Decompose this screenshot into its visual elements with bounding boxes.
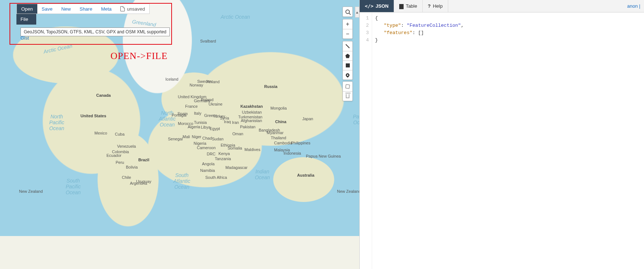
file-icon xyxy=(120,6,125,11)
menu-save[interactable]: Save xyxy=(37,4,57,14)
line-number: 2 xyxy=(360,22,369,29)
code-gutter: 1 2 3 4 xyxy=(360,12,372,269)
draw-marker-button[interactable] xyxy=(343,70,352,80)
help-icon: ? xyxy=(428,3,431,9)
user-link[interactable]: anon | xyxy=(624,0,644,12)
zoom-out-button[interactable]: − xyxy=(343,29,352,38)
menu-bar: Open Save New Share Meta unsaved xyxy=(16,4,150,14)
map-search-button[interactable] xyxy=(342,7,353,17)
file-status-text: unsaved xyxy=(127,6,145,12)
rect-icon xyxy=(346,63,350,67)
tab-json-label: JSON xyxy=(375,3,388,9)
zoom-in-button[interactable]: + xyxy=(343,19,352,29)
pane-collapse-handle[interactable]: ▲ xyxy=(355,7,359,18)
menu-new[interactable]: New xyxy=(57,4,75,14)
tab-help[interactable]: ? Help xyxy=(423,0,448,12)
marker-icon xyxy=(345,72,350,77)
menu-share[interactable]: Share xyxy=(75,4,97,14)
line-icon xyxy=(345,44,349,48)
zoom-control: + − xyxy=(342,19,353,39)
map-sea xyxy=(0,0,359,269)
line-number: 1 xyxy=(360,15,369,22)
trash-icon xyxy=(346,94,349,98)
tab-table-label: Table xyxy=(406,3,417,9)
menu-meta[interactable]: Meta xyxy=(97,4,116,14)
map-antarctica xyxy=(0,236,359,269)
search-icon xyxy=(345,10,350,14)
editor-tabs: </> JSON Table ? Help anon | xyxy=(360,0,644,12)
table-icon xyxy=(399,4,404,8)
code-body[interactable]: { "type": "FeatureCollection", "features… xyxy=(372,12,464,269)
draw-toolbar xyxy=(342,41,353,80)
line-number: 4 xyxy=(360,37,369,44)
draw-rect-button[interactable] xyxy=(343,60,352,70)
open-dropdown-file[interactable]: File xyxy=(17,14,36,24)
code-editor[interactable]: 1 2 3 4 { "type": "FeatureCollection", "… xyxy=(360,12,644,269)
tab-json[interactable]: </> JSON xyxy=(360,0,394,12)
edit-layers-button[interactable] xyxy=(343,82,352,91)
open-dropdown: File xyxy=(16,14,36,25)
tab-table[interactable]: Table xyxy=(394,0,423,12)
draw-line-button[interactable] xyxy=(343,41,352,51)
draw-polygon-button[interactable] xyxy=(343,51,352,60)
file-status: unsaved xyxy=(116,6,149,12)
edit-toolbar xyxy=(342,81,353,101)
delete-layers-button[interactable] xyxy=(343,91,352,101)
menu-open[interactable]: Open xyxy=(17,4,37,14)
editor-pane: </> JSON Table ? Help anon | 1 2 3 4 { "… xyxy=(359,0,644,269)
line-number: 3 xyxy=(360,29,369,37)
map-pane[interactable]: Arctic OceanArctic OceanGreenlandNorthPa… xyxy=(0,0,359,269)
tab-help-label: Help xyxy=(433,3,443,9)
code-icon: </> xyxy=(365,3,373,9)
polygon-icon xyxy=(345,54,350,58)
open-file-tooltip: GeoJSON, TopoJSON, GTFS, KML, CSV, GPX a… xyxy=(20,27,170,36)
edit-icon xyxy=(345,84,350,89)
